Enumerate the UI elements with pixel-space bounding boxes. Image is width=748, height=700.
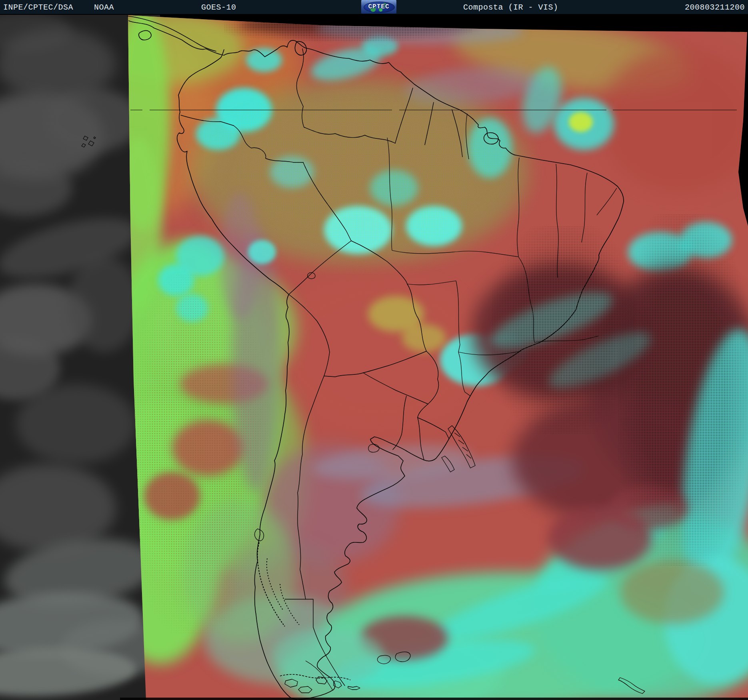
galapagos-outline — [82, 136, 96, 147]
estados-island-outline — [348, 686, 360, 690]
lake-outline — [139, 30, 151, 40]
state-borders-group — [387, 114, 617, 396]
product-label: Composta (IR - VIS) — [463, 2, 558, 12]
falklands-outline — [377, 652, 410, 664]
lagoa-mirim-outline — [442, 456, 454, 472]
islands-lakes-group — [82, 136, 645, 694]
map-borders-overlay — [0, 14, 748, 700]
south-georgia-outline — [618, 678, 645, 694]
logo-text: CPTEC — [361, 3, 396, 10]
tdf-islands-outline — [285, 677, 342, 693]
coastline-group — [127, 16, 624, 700]
network-label: NOAA — [94, 2, 114, 12]
cptec-logo-icon: CPTEC — [361, 0, 396, 14]
lagoa-dos-patos-outline — [448, 426, 475, 468]
lake-maracaibo-outline — [295, 42, 306, 55]
fjords-group — [258, 542, 350, 690]
image-bottom-edge — [120, 698, 748, 700]
magellan-strait — [306, 661, 333, 690]
caribbean-coast-path — [127, 16, 216, 51]
political-borders-group — [181, 49, 462, 686]
satellite-product-page: INPE/CPTEC/DSA NOAA GOES-10 Composta (IR… — [0, 0, 748, 700]
coastline-path — [129, 21, 624, 700]
mar-chiquita-outline — [368, 444, 379, 452]
agency-label: INPE/CPTEC/DSA — [3, 2, 73, 12]
satellite-image — [0, 14, 748, 700]
satellite-label: GOES-10 — [201, 2, 236, 12]
timestamp-label: 200803211200 — [685, 2, 745, 12]
